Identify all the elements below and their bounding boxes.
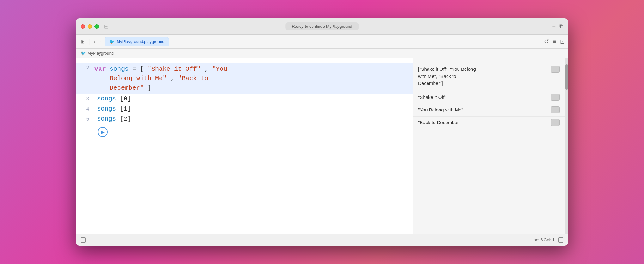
result-button-2[interactable] — [551, 106, 560, 113]
add-icon[interactable]: + — [552, 23, 556, 30]
line-num-5: 5 — [76, 114, 94, 123]
line-content-5: songs [2] — [94, 114, 413, 124]
scrollbar-thumb — [565, 64, 568, 90]
swift-icon: 🐦 — [109, 39, 115, 44]
tab-label: MyPlayground.playground — [117, 39, 164, 44]
playground-tab[interactable]: 🐦 MyPlayground.playground — [105, 37, 169, 46]
result-text-0: ["Shake it Off", "You Belongwith Me", "B… — [418, 66, 548, 87]
code-area: 2 var songs = [ "Shake it Off" , "You Be… — [76, 58, 413, 234]
minimize-button[interactable] — [88, 24, 92, 29]
status-label: Ready to continue MyPlayground — [285, 22, 359, 30]
code-line-2: 2 var songs = [ "Shake it Off" , "You Be… — [76, 63, 413, 94]
keyword-var: var — [94, 65, 106, 73]
inspector-icon[interactable]: ⊡ — [560, 38, 565, 45]
result-item-0: ["Shake it Off", "You Belongwith Me", "B… — [413, 62, 565, 91]
result-item-1: "Shake it Off" — [413, 91, 565, 104]
nav-arrows: ‹ › — [93, 38, 102, 45]
result-text-1: "Shake it Off" — [418, 94, 548, 101]
scrollbar[interactable] — [565, 58, 568, 234]
traffic-lights — [81, 24, 99, 29]
result-button-3[interactable] — [551, 119, 560, 126]
split-view-icon[interactable]: ⧉ — [559, 23, 563, 30]
code-editor[interactable]: 2 var songs = [ "Shake it Off" , "You Be… — [76, 58, 413, 234]
line-num-3: 3 — [76, 94, 94, 103]
close-button[interactable] — [81, 24, 85, 29]
statusbar: Line: 6 Col: 1 — [76, 234, 568, 246]
play-button[interactable]: ▶ — [98, 127, 108, 137]
breadcrumb: 🐦 MyPlayground — [76, 49, 568, 58]
statusbar-left — [81, 237, 86, 243]
refresh-icon[interactable]: ↺ — [544, 38, 549, 45]
statusbar-square-icon[interactable] — [81, 237, 86, 243]
sidebar-icon[interactable]: ⊟ — [104, 23, 109, 30]
line-num-2: 2 — [76, 63, 94, 72]
code-line-4: 4 songs [1] — [76, 104, 413, 114]
line-content-2: var songs = [ "Shake it Off" , "You Belo… — [94, 63, 413, 94]
cursor-position: Line: 6 Col: 1 — [530, 237, 555, 242]
grid-icon[interactable]: ⊞ — [79, 37, 86, 46]
main-content: 2 var songs = [ "Shake it Off" , "You Be… — [76, 58, 568, 234]
result-button-0[interactable] — [551, 66, 560, 73]
status-pill-container: Ready to continue MyPlayground — [285, 22, 359, 30]
toolbar: ⊞ | ‹ › 🐦 MyPlayground.playground ↺ ≡ ⊡ — [76, 35, 568, 49]
breadcrumb-swift-icon: 🐦 — [81, 51, 86, 56]
back-button[interactable]: ‹ — [93, 38, 97, 45]
result-text-3: "Back to December" — [418, 119, 548, 126]
lines-icon[interactable]: ≡ — [553, 38, 556, 45]
results-panel: ["Shake it Off", "You Belongwith Me", "B… — [413, 58, 565, 234]
main-window: ⊟ Ready to continue MyPlayground + ⧉ ⊞ |… — [76, 18, 568, 246]
breadcrumb-text: MyPlayground — [88, 51, 114, 56]
forward-button[interactable]: › — [98, 38, 102, 45]
code-line-3: 3 songs [0] — [76, 94, 413, 104]
play-button-row: ▶ — [76, 124, 413, 140]
toolbar-right: ↺ ≡ ⊡ — [544, 38, 565, 45]
statusbar-right-icon[interactable] — [558, 237, 563, 243]
line-content-4: songs [1] — [94, 104, 413, 114]
titlebar: ⊟ Ready to continue MyPlayground + ⧉ — [76, 18, 568, 35]
result-button-1[interactable] — [551, 94, 560, 101]
result-text-2: "You Belong with Me" — [418, 106, 548, 114]
maximize-button[interactable] — [94, 24, 99, 29]
line-content-3: songs [0] — [94, 94, 413, 104]
toolbar-left: ⊞ | ‹ › 🐦 MyPlayground.playground — [79, 37, 169, 46]
statusbar-right: Line: 6 Col: 1 — [530, 237, 563, 243]
result-item-2: "You Belong with Me" — [413, 104, 565, 117]
results-area: ["Shake it Off", "You Belongwith Me", "B… — [413, 58, 568, 234]
code-line-5: 5 songs [2] — [76, 114, 413, 124]
result-item-3: "Back to December" — [413, 117, 565, 129]
titlebar-right: + ⧉ — [552, 23, 563, 30]
line-num-4: 4 — [76, 104, 94, 113]
